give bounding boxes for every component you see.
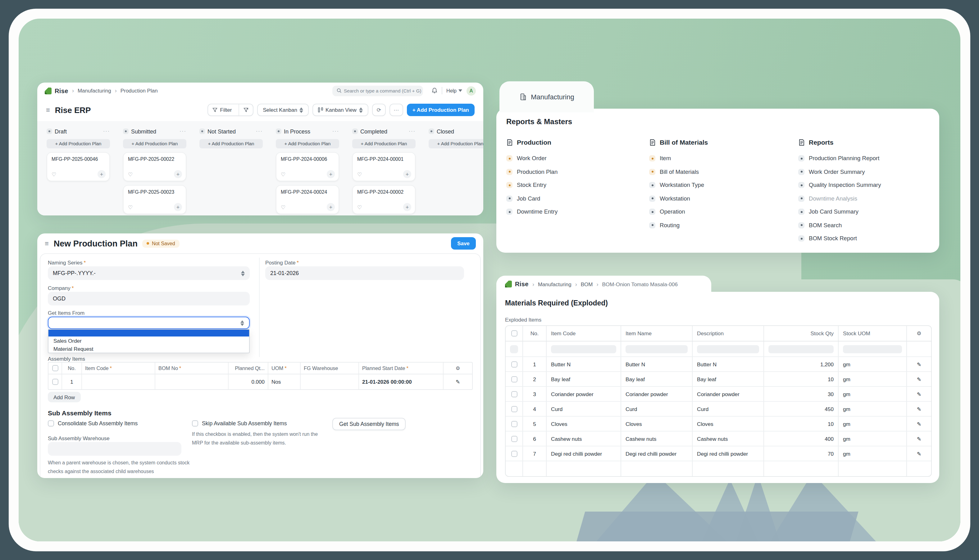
row-checkbox[interactable] <box>506 402 523 416</box>
bom-table-row[interactable]: 7 Degi red chilli powder Degi red chilli… <box>506 447 931 461</box>
column-menu-icon[interactable]: ··· <box>180 128 186 134</box>
brand-name[interactable]: Rise <box>55 87 68 94</box>
column-add-button[interactable]: + Add Production Plan <box>123 139 186 148</box>
filter-input[interactable] <box>768 345 834 353</box>
link-job-card[interactable]: Job Card <box>506 195 643 202</box>
column-add-button[interactable]: + Add Production Plan <box>199 139 263 148</box>
manufacturing-tab[interactable]: Manufacturing <box>500 81 594 112</box>
filter-input[interactable] <box>697 345 759 353</box>
heart-icon[interactable]: ♡ <box>128 171 133 177</box>
avatar[interactable]: A <box>466 86 476 95</box>
heart-icon[interactable]: ♡ <box>128 204 133 210</box>
row-checkbox[interactable] <box>48 374 62 389</box>
row-checkbox[interactable] <box>506 432 523 446</box>
bom-table-row[interactable]: 3 Coriander powder Coriander powder Cori… <box>506 387 931 402</box>
bom-table-row[interactable]: 1 Butter N Butter N Butter N 1,200 gm ✎ <box>506 357 931 372</box>
link-production-planning-report[interactable]: Production Planning Report <box>798 155 935 162</box>
row-checkbox[interactable] <box>506 387 523 401</box>
col-header-planned-qty[interactable]: Planned Qt... <box>229 363 268 374</box>
row-edit-pencil-icon[interactable]: ✎ <box>907 432 931 446</box>
global-search-input[interactable]: Search or type a command (Ctrl + G) <box>332 85 423 96</box>
column-menu-icon[interactable]: ··· <box>332 128 339 134</box>
sidebar-toggle-icon[interactable]: ≡ <box>45 240 49 247</box>
assembly-table-row[interactable]: 1 0.000 Nos 21-01-2026 00:00:00 ✎ <box>48 374 472 389</box>
brand-name[interactable]: Rise <box>515 281 529 287</box>
assign-plus-icon[interactable]: + <box>327 203 335 211</box>
save-button[interactable]: Save <box>451 237 476 250</box>
row-checkbox[interactable] <box>506 357 523 371</box>
bom-table-row[interactable]: 5 Cloves Cloves Cloves 10 gm ✎ <box>506 417 931 432</box>
column-menu-icon[interactable]: ··· <box>409 128 416 134</box>
link-bom-search[interactable]: BOM Search <box>798 221 935 229</box>
link-job-card-summary[interactable]: Job Card Summary <box>798 208 935 215</box>
link-workstation[interactable]: Workstation <box>649 195 786 202</box>
row-edit-pencil-icon[interactable]: ✎ <box>907 372 931 386</box>
breadcrumb-manufacturing[interactable]: Manufacturing <box>78 88 111 94</box>
row-edit-pencil-icon[interactable]: ✎ <box>907 387 931 401</box>
bom-table-row[interactable]: 2 Bay leaf Bay leaf Bay leaf 10 gm ✎ <box>506 372 931 387</box>
filter-button[interactable]: Filter <box>209 104 236 115</box>
row-edit-pencil-icon[interactable]: ✎ <box>907 417 931 431</box>
assign-plus-icon[interactable]: + <box>97 170 105 178</box>
filter-input[interactable] <box>510 345 518 353</box>
select-all-checkbox[interactable] <box>506 326 523 341</box>
filter-input[interactable] <box>626 345 688 353</box>
row-checkbox[interactable] <box>506 447 523 461</box>
kanban-view-dropdown[interactable]: Kanban View <box>313 104 368 116</box>
posting-date-input[interactable]: 21-01-2026 <box>265 266 464 280</box>
breadcrumb-bom[interactable]: BOM <box>581 281 593 287</box>
row-edit-pencil-icon[interactable]: ✎ <box>907 402 931 416</box>
kanban-card[interactable]: MFG-PP-2024-00006 ♡ + <box>276 152 339 181</box>
rise-logo-icon[interactable] <box>505 281 512 287</box>
dropdown-option-blank[interactable] <box>48 330 249 337</box>
row-checkbox[interactable] <box>506 417 523 431</box>
row-edit-pencil-icon[interactable]: ✎ <box>444 374 472 389</box>
bom-table-row[interactable]: 4 Curd Curd Curd 450 gm ✎ <box>506 402 931 417</box>
col-header-item-code[interactable]: Item Code <box>547 326 621 341</box>
row-planned-start-date[interactable]: 21-01-2026 00:00:00 <box>359 374 444 389</box>
bell-icon[interactable] <box>431 88 437 94</box>
select-kanban-dropdown[interactable]: Select Kanban <box>257 104 309 116</box>
consolidate-checkbox-row[interactable]: Consolidate Sub Assembly Items <box>48 420 138 427</box>
col-header-item-name[interactable]: Item Name <box>621 326 693 341</box>
link-production-plan[interactable]: Production Plan <box>506 168 643 175</box>
breadcrumb-production-plan[interactable]: Production Plan <box>120 88 158 94</box>
heart-icon[interactable]: ♡ <box>281 171 286 177</box>
row-bom-no[interactable] <box>155 374 229 389</box>
col-header-stock-uom[interactable]: Stock UOM <box>839 326 907 341</box>
heart-icon[interactable]: ♡ <box>281 204 286 210</box>
link-item[interactable]: Item <box>649 155 786 162</box>
col-header-planned-start-date[interactable]: Planned Start Date* <box>359 363 444 374</box>
link-work-order[interactable]: Work Order <box>506 155 643 162</box>
skip-checkbox-row[interactable]: Skip Available Sub Assembly Items <box>192 420 287 427</box>
dropdown-option-sales-order[interactable]: Sales Order <box>48 337 249 345</box>
refresh-button[interactable]: ⟳ <box>372 104 386 116</box>
col-header-description[interactable]: Description <box>693 326 764 341</box>
column-menu-icon[interactable]: ··· <box>256 128 263 134</box>
link-workstation-type[interactable]: Workstation Type <box>649 181 786 189</box>
breadcrumb-manufacturing[interactable]: Manufacturing <box>538 281 571 287</box>
col-header-bom-no[interactable]: BOM No* <box>155 363 229 374</box>
link-quality-inspection-summary[interactable]: Quality Inspection Summary <box>798 181 935 189</box>
column-add-button[interactable]: + Add Production Plan <box>352 139 416 148</box>
heart-icon[interactable]: ♡ <box>357 204 362 210</box>
link-stock-entry[interactable]: Stock Entry <box>506 181 643 189</box>
row-edit-pencil-icon[interactable]: ✎ <box>907 357 931 371</box>
link-downtime-entry[interactable]: Downtime Entry <box>506 208 643 215</box>
sidebar-toggle-icon[interactable]: ≡ <box>46 106 50 113</box>
breadcrumb-bom-doc[interactable]: BOM-Onion Tomato Masala-006 <box>602 281 677 287</box>
consolidate-checkbox[interactable] <box>48 420 54 427</box>
bom-table-row[interactable]: 6 Cashew nuts Cashew nuts Cashew nuts 40… <box>506 432 931 447</box>
row-item-code[interactable] <box>82 374 155 389</box>
get-sub-assembly-items-button[interactable]: Get Sub Assembly Items <box>332 418 406 430</box>
assign-plus-icon[interactable]: + <box>174 170 182 178</box>
column-add-button[interactable]: + Add Production Plan <box>47 139 110 148</box>
rise-logo-icon[interactable] <box>45 87 52 94</box>
column-menu-icon[interactable]: ··· <box>103 128 110 134</box>
add-production-plan-button[interactable]: + Add Production Plan <box>407 104 474 116</box>
help-menu[interactable]: Help <box>446 88 462 93</box>
naming-series-select[interactable]: MFG-PP-.YYYY.- <box>48 266 250 280</box>
kanban-card[interactable]: MFG-PP-2025-00022 ♡ + <box>123 152 186 181</box>
kanban-card[interactable]: MFG-PP-2025-00046 ♡ + <box>47 152 110 181</box>
sub-assembly-warehouse-input[interactable] <box>48 442 181 456</box>
